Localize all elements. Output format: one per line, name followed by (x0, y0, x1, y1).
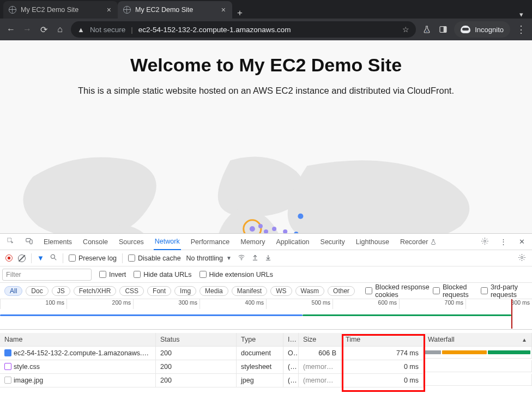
menu-icon[interactable]: ⋮ (516, 24, 527, 35)
chip-other[interactable]: Other (328, 286, 355, 296)
request-name[interactable]: style.css (0, 360, 156, 374)
col-time[interactable]: Time (341, 333, 424, 347)
col-waterfall[interactable]: Waterfall▲ (424, 333, 532, 347)
address-bar[interactable]: ▲ Not secure | ec2-54-152-132-2.compute-… (71, 21, 416, 38)
reload-icon[interactable]: ⟳ (38, 24, 49, 35)
home-icon[interactable]: ⌂ (55, 24, 65, 35)
warning-icon: ▲ (77, 26, 84, 34)
world-map-image (0, 144, 532, 233)
disable-cache-checkbox[interactable]: Disable cache (128, 254, 181, 262)
devtools-tab-elements[interactable]: Elements (43, 234, 73, 250)
hide-data-urls-checkbox[interactable]: Hide data URLs (134, 271, 191, 278)
chip-font[interactable]: Font (147, 286, 171, 296)
inspect-icon[interactable] (5, 237, 15, 247)
url-text: ec2-54-152-132-2.compute-1.amazonaws.com (138, 26, 291, 34)
network-settings-icon[interactable] (517, 253, 527, 263)
import-icon[interactable] (251, 253, 259, 263)
bookmark-icon[interactable]: ☆ (402, 25, 409, 34)
labs-icon[interactable] (421, 24, 432, 35)
devtools-tab-lighthouse[interactable]: Lighthouse (355, 234, 390, 250)
devtools-tab-sources[interactable]: Sources (118, 234, 145, 250)
devtools-tab-recorder[interactable]: Recorder (399, 234, 438, 250)
svg-point-59 (241, 259, 242, 260)
browser-chrome: My EC2 Demo Site × My EC2 Demo Site × + … (0, 0, 532, 40)
third-party-checkbox[interactable]: 3rd-party requests (481, 283, 528, 299)
col-status[interactable]: Status (156, 333, 237, 347)
tabs-dropdown-icon[interactable]: ▾ (513, 10, 529, 19)
devtools-tab-memory[interactable]: Memory (239, 234, 266, 250)
browser-toolbar: ← → ⟳ ⌂ ▲ Not secure | ec2-54-152-132-2.… (0, 19, 532, 40)
devtools-close-icon[interactable]: ✕ (517, 238, 527, 246)
col-initiator[interactable]: I… (283, 333, 299, 347)
blocked-requests-checkbox[interactable]: Blocked requests (433, 283, 477, 299)
browser-tab-0[interactable]: My EC2 Demo Site × (3, 1, 118, 19)
request-type: stylesheet (237, 360, 283, 374)
devtools-menu-icon[interactable]: ⋮ (498, 238, 508, 246)
document-icon (4, 349, 11, 356)
chip-fetchxhr[interactable]: Fetch/XHR (74, 286, 117, 296)
gear-icon[interactable] (480, 237, 489, 247)
chip-img[interactable]: Img (174, 286, 196, 296)
chip-wasm[interactable]: Wasm (295, 286, 325, 296)
chip-doc[interactable]: Doc (26, 286, 48, 296)
col-size[interactable]: Size (299, 333, 341, 347)
devtools-tab-performance[interactable]: Performance (190, 234, 231, 250)
request-initiator: (… (283, 374, 299, 387)
network-conditions-icon[interactable] (237, 253, 246, 263)
chip-css[interactable]: CSS (119, 286, 144, 296)
browser-tab-1[interactable]: My EC2 Demo Site × (118, 1, 232, 19)
col-name[interactable]: Name (0, 333, 156, 347)
chip-ws[interactable]: WS (270, 286, 292, 296)
search-icon[interactable] (50, 253, 57, 263)
network-toolbar: ▼ Preserve log Disable cache No throttli… (0, 250, 532, 266)
preserve-log-checkbox[interactable]: Preserve log (69, 254, 117, 262)
request-size: 606 B (299, 347, 341, 360)
filter-input[interactable]: Filter (2, 269, 92, 281)
panel-icon[interactable] (438, 24, 449, 35)
incognito-pill[interactable]: Incognito (454, 21, 510, 38)
svg-point-19 (258, 224, 263, 228)
svg-point-0 (426, 31, 427, 32)
svg-point-23 (272, 227, 276, 231)
chip-media[interactable]: Media (200, 286, 228, 296)
close-icon[interactable]: × (107, 5, 111, 14)
request-time: 0 ms (341, 374, 424, 387)
devtools-tab-application[interactable]: Application (275, 234, 310, 250)
chip-manifest[interactable]: Manifest (232, 286, 267, 296)
filter-row: Filter Invert Hide data URLs Hide extens… (0, 266, 532, 283)
blocked-cookies-checkbox[interactable]: Blocked response cookies (365, 283, 430, 299)
svg-point-18 (250, 226, 255, 232)
filter-icon[interactable]: ▼ (37, 254, 44, 262)
col-type[interactable]: Type (237, 333, 283, 347)
record-icon[interactable] (5, 254, 13, 262)
devtools-tab-network[interactable]: Network (154, 234, 181, 250)
devtools-tab-console[interactable]: Console (82, 234, 109, 250)
incognito-icon (461, 26, 470, 33)
network-grid: Name Status Type I… Size Time Waterfall▲… (0, 333, 532, 387)
request-name[interactable]: ec2-54-152-132-2.compute-1.amazonaws.com (0, 347, 156, 360)
hide-extension-urls-checkbox[interactable]: Hide extension URLs (200, 271, 273, 278)
request-name[interactable]: image.jpg (0, 374, 156, 387)
throttling-select[interactable]: No throttling▼ (186, 254, 232, 262)
overview-timeline[interactable]: 100 ms 200 ms 300 ms 400 ms 500 ms 600 m… (0, 299, 532, 330)
back-icon[interactable]: ← (5, 24, 16, 35)
export-icon[interactable] (264, 253, 272, 263)
invert-checkbox[interactable]: Invert (99, 271, 126, 278)
sort-asc-icon: ▲ (522, 337, 527, 343)
svg-point-56 (483, 240, 486, 242)
forward-icon[interactable]: → (22, 24, 33, 35)
device-icon[interactable] (24, 237, 34, 247)
svg-point-26 (283, 229, 287, 233)
page-content: Welcome to My EC2 Demo Site This is a si… (0, 40, 532, 233)
clear-icon[interactable] (18, 254, 26, 262)
svg-point-60 (521, 256, 523, 258)
new-tab-button[interactable]: + (232, 8, 247, 19)
svg-point-57 (51, 254, 55, 258)
globe-icon (123, 6, 131, 14)
close-icon[interactable]: × (221, 5, 226, 14)
chip-all[interactable]: All (4, 286, 22, 296)
tab-title: My EC2 Demo Site (21, 6, 78, 14)
request-waterfall (424, 347, 532, 359)
devtools-tab-security[interactable]: Security (319, 234, 346, 250)
chip-js[interactable]: JS (52, 286, 70, 296)
